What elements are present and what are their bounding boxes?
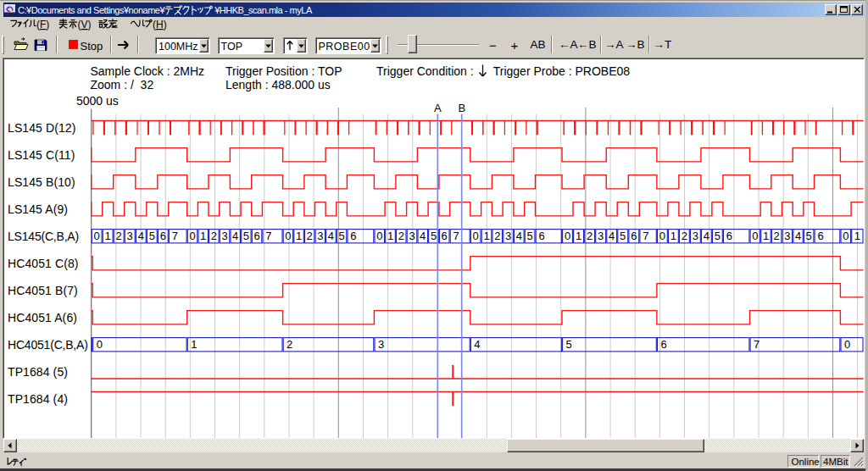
svg-text:2: 2 — [494, 230, 500, 242]
svg-text:0: 0 — [473, 230, 479, 242]
svg-text:4: 4 — [232, 230, 238, 242]
svg-text:6: 6 — [253, 230, 259, 242]
svg-text:0: 0 — [565, 230, 570, 242]
svg-text:3: 3 — [317, 230, 323, 242]
svg-text:1: 1 — [763, 230, 769, 242]
svg-text:0: 0 — [844, 338, 850, 351]
svg-text:3: 3 — [784, 230, 790, 242]
svg-text:2: 2 — [682, 230, 687, 242]
svg-text:(H): (H) — [153, 19, 167, 30]
svg-text:5: 5 — [431, 230, 437, 242]
svg-text:6: 6 — [631, 230, 637, 242]
svg-text:5: 5 — [620, 230, 626, 242]
svg-text:0: 0 — [94, 230, 100, 242]
svg-text:0: 0 — [189, 230, 195, 242]
svg-text:5: 5 — [715, 230, 721, 242]
svg-text:4: 4 — [474, 338, 480, 351]
svg-text:5: 5 — [338, 230, 344, 242]
svg-text:5: 5 — [806, 230, 812, 242]
svg-text:5: 5 — [566, 338, 572, 351]
svg-text:1: 1 — [191, 338, 197, 351]
svg-text:3: 3 — [378, 338, 384, 351]
svg-text:(V): (V) — [78, 19, 92, 30]
svg-text:4: 4 — [609, 230, 615, 242]
svg-text:4: 4 — [138, 230, 144, 242]
svg-text:0: 0 — [97, 338, 103, 351]
svg-text:6: 6 — [660, 338, 666, 351]
svg-text:7: 7 — [643, 230, 648, 242]
svg-text:7: 7 — [754, 338, 760, 351]
svg-text:2: 2 — [587, 230, 593, 242]
svg-text:7: 7 — [453, 230, 459, 242]
svg-text:1: 1 — [105, 230, 111, 242]
svg-text:6: 6 — [726, 230, 732, 242]
svg-text:1: 1 — [670, 230, 676, 242]
svg-text:6: 6 — [538, 230, 544, 242]
svg-text:1: 1 — [200, 230, 206, 242]
svg-text:0: 0 — [376, 230, 382, 242]
svg-text:5: 5 — [243, 230, 249, 242]
svg-text:1: 1 — [483, 230, 489, 242]
svg-text:7: 7 — [172, 230, 178, 242]
svg-text:7: 7 — [265, 230, 271, 242]
svg-text:0: 0 — [752, 230, 758, 242]
svg-text:2: 2 — [211, 230, 217, 242]
svg-text:2: 2 — [398, 230, 404, 242]
svg-text:6: 6 — [160, 230, 166, 242]
svg-text:6: 6 — [442, 230, 448, 242]
svg-text:1: 1 — [854, 230, 860, 242]
svg-text:3: 3 — [221, 230, 227, 242]
svg-text:4: 4 — [420, 230, 426, 242]
svg-text:2: 2 — [116, 230, 122, 242]
svg-text:(F): (F) — [36, 19, 49, 30]
svg-text:6: 6 — [817, 230, 823, 242]
svg-text:6: 6 — [350, 230, 356, 242]
svg-text:3: 3 — [693, 230, 698, 242]
svg-text:2: 2 — [287, 338, 292, 351]
svg-text:1: 1 — [576, 230, 581, 242]
svg-text:2: 2 — [307, 230, 313, 242]
svg-text:0: 0 — [843, 230, 849, 242]
svg-text:4: 4 — [795, 230, 801, 242]
svg-text:3: 3 — [505, 230, 511, 242]
svg-text:4: 4 — [704, 230, 709, 242]
svg-text:0: 0 — [659, 230, 665, 242]
svg-text:5: 5 — [526, 230, 532, 242]
svg-text:2: 2 — [774, 230, 780, 242]
svg-text:3: 3 — [409, 230, 415, 242]
svg-text:1: 1 — [387, 230, 393, 242]
svg-text:3: 3 — [598, 230, 604, 242]
svg-text:0: 0 — [285, 230, 291, 242]
svg-text:4: 4 — [328, 230, 334, 242]
svg-text:3: 3 — [127, 230, 133, 242]
svg-text:1: 1 — [296, 230, 302, 242]
svg-text:4: 4 — [516, 230, 522, 242]
svg-text:5: 5 — [149, 230, 155, 242]
